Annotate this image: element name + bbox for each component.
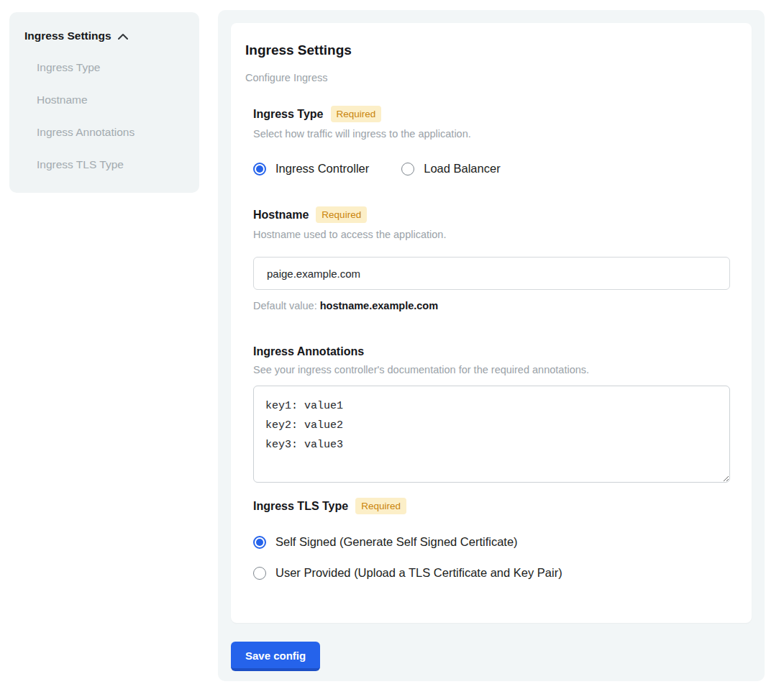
radio-label: User Provided (Upload a TLS Certificate … (275, 566, 562, 580)
sidebar-item-ingress-annotations[interactable]: Ingress Annotations (24, 126, 185, 139)
section-ingress-tls-type: Ingress TLS Type Required Self Signed (G… (245, 498, 730, 580)
hostname-description: Hostname used to access the application. (253, 229, 730, 240)
chevron-up-icon (118, 29, 128, 42)
section-hostname: Hostname Required Hostname used to acces… (245, 206, 730, 311)
sidebar-item-ingress-type[interactable]: Ingress Type (24, 61, 185, 74)
page-subtitle: Configure Ingress (245, 72, 730, 83)
default-value-text: hostname.example.com (320, 300, 438, 311)
section-ingress-annotations: Ingress Annotations See your ingress con… (245, 345, 730, 483)
radio-label: Ingress Controller (275, 162, 369, 176)
ingress-settings-panel: Ingress Settings Configure Ingress Ingre… (218, 10, 765, 681)
hostname-label: Hostname (253, 209, 309, 222)
settings-sidebar: Ingress Settings Ingress Type Hostname I… (9, 12, 199, 193)
required-badge: Required (316, 206, 367, 223)
radio-ingress-controller[interactable]: Ingress Controller (253, 162, 369, 176)
hostname-input[interactable] (253, 257, 730, 290)
ingress-type-radio-group: Ingress Controller Load Balancer (253, 162, 730, 176)
ingress-annotations-description: See your ingress controller's documentat… (253, 364, 730, 375)
page-title: Ingress Settings (245, 42, 730, 58)
radio-label: Self Signed (Generate Self Signed Certif… (275, 535, 518, 549)
radio-label: Load Balancer (424, 162, 500, 176)
radio-selected-icon (253, 163, 266, 176)
required-badge: Required (355, 498, 406, 514)
default-value-prefix: Default value: (253, 300, 320, 311)
radio-load-balancer[interactable]: Load Balancer (401, 162, 500, 176)
hostname-default-helper: Default value: hostname.example.com (253, 300, 730, 311)
ingress-annotations-textarea[interactable]: key1: value1 key2: value2 key3: value3 (253, 386, 730, 483)
sidebar-item-ingress-tls-type[interactable]: Ingress TLS Type (24, 158, 185, 171)
save-config-button[interactable]: Save config (231, 642, 320, 671)
ingress-settings-card: Ingress Settings Configure Ingress Ingre… (231, 23, 752, 623)
radio-unselected-icon (253, 567, 266, 580)
section-ingress-type: Ingress Type Required Select how traffic… (245, 106, 730, 176)
radio-unselected-icon (401, 163, 414, 176)
radio-user-provided[interactable]: User Provided (Upload a TLS Certificate … (253, 566, 730, 580)
sidebar-section-ingress-settings[interactable]: Ingress Settings (24, 29, 185, 42)
ingress-tls-type-radio-group: Self Signed (Generate Self Signed Certif… (253, 535, 730, 580)
sidebar-item-hostname[interactable]: Hostname (24, 94, 185, 106)
ingress-tls-type-label: Ingress TLS Type (253, 500, 348, 513)
radio-selected-icon (253, 536, 266, 549)
required-badge: Required (331, 106, 382, 122)
sidebar-section-label: Ingress Settings (24, 29, 111, 42)
ingress-type-label: Ingress Type (253, 108, 324, 121)
radio-self-signed[interactable]: Self Signed (Generate Self Signed Certif… (253, 535, 730, 549)
ingress-type-description: Select how traffic will ingress to the a… (253, 128, 730, 140)
save-row: Save config (231, 642, 752, 671)
ingress-annotations-label: Ingress Annotations (253, 345, 364, 358)
